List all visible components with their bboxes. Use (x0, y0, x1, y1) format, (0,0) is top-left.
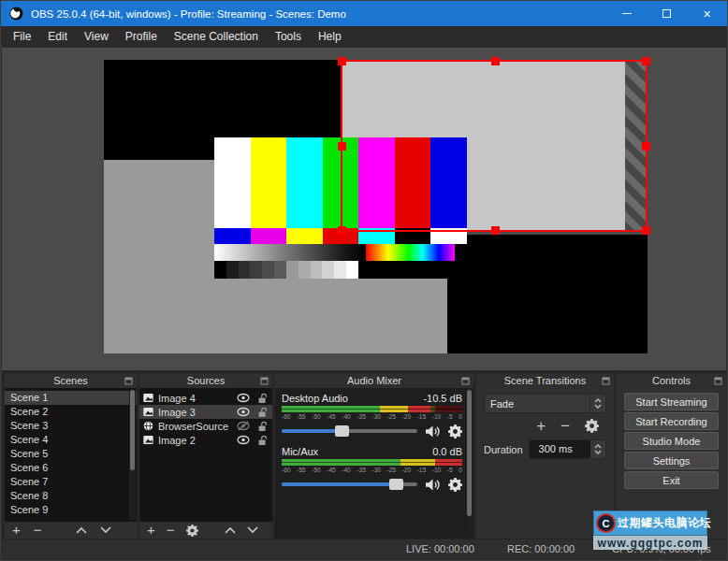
scene-item-2[interactable]: Scene 2 (5, 405, 137, 419)
visibility-eye-icon[interactable] (237, 393, 250, 403)
scene-item-5[interactable]: Scene 5 (5, 447, 137, 461)
meter-tick-label: -40 (342, 466, 350, 474)
add-transition-button[interactable]: + (536, 420, 546, 433)
meter-tick-label: -20 (402, 466, 411, 474)
selection-handle-top-right[interactable] (642, 57, 650, 65)
channel-settings-gear-icon[interactable] (448, 478, 462, 492)
source-selection-outline[interactable] (341, 60, 648, 232)
lock-open-icon[interactable] (257, 421, 268, 432)
dock-icon[interactable] (124, 377, 133, 385)
duration-spin-arrows[interactable] (590, 440, 605, 458)
scene-item-8[interactable]: Scene 8 (5, 489, 137, 503)
selection-handle-bottom-left[interactable] (338, 226, 346, 235)
speaker-icon[interactable] (425, 478, 441, 492)
lock-open-icon[interactable] (257, 435, 268, 446)
source-row-image2[interactable]: Image 2 (139, 433, 272, 447)
meter-tick-label: -30 (371, 466, 380, 474)
menu-help[interactable]: Help (310, 26, 350, 48)
titlebar: OBS 25.0.4 (64-bit, windows) - Profile: … (1, 1, 727, 26)
meter-tick-label: -50 (312, 466, 320, 474)
start-streaming-button[interactable]: Start Streaming (624, 393, 719, 410)
rec-time: REC: 00:00:00 (507, 543, 575, 554)
meter-tick-label: -60 (282, 466, 290, 474)
canvas-black-rect-bottom-right[interactable] (447, 235, 648, 353)
dock-icon[interactable] (602, 377, 610, 385)
visibility-eye-icon[interactable] (237, 435, 250, 445)
selection-handle-bottom-right[interactable] (642, 226, 650, 235)
volume-slider[interactable] (282, 422, 417, 440)
volume-slider-handle[interactable] (389, 479, 403, 490)
scene-item-6[interactable]: Scene 6 (5, 461, 137, 475)
start-recording-button[interactable]: Start Recording (624, 412, 719, 430)
menu-file[interactable]: File (5, 26, 39, 48)
scene-item-7[interactable]: Scene 7 (5, 475, 137, 489)
meter-tick-label: -5 (447, 412, 453, 421)
move-scene-up-button[interactable] (76, 526, 87, 534)
transition-select-arrows[interactable] (590, 395, 605, 412)
close-button[interactable]: × (687, 1, 727, 26)
add-source-button[interactable]: + (147, 524, 155, 537)
duration-spinbox[interactable]: 300 ms (529, 439, 606, 459)
menu-view[interactable]: View (76, 26, 117, 48)
meter-tick-label: -20 (402, 412, 411, 421)
remove-source-button[interactable]: − (167, 524, 175, 537)
visibility-eye-icon[interactable] (237, 407, 250, 417)
scenes-scrollbar[interactable] (129, 390, 136, 520)
selection-handle-middle-right[interactable] (642, 142, 650, 151)
selection-handle-middle-left[interactable] (338, 142, 346, 151)
preview-area[interactable] (2, 48, 726, 370)
move-source-down-button[interactable] (247, 526, 258, 534)
dock-icon[interactable] (260, 377, 269, 385)
channel-level: 0.0 dB (432, 446, 462, 458)
transition-select[interactable]: Fade (484, 394, 606, 413)
remove-scene-button[interactable]: − (34, 524, 42, 537)
settings-button[interactable]: Settings (624, 452, 719, 469)
source-row-image4[interactable]: Image 4 (139, 391, 272, 405)
source-row-image3[interactable]: Image 3 (139, 405, 272, 419)
maximize-icon (662, 9, 671, 18)
source-row-browsersource[interactable]: BrowserSource (139, 419, 272, 433)
meter-tick-label: -50 (312, 412, 320, 421)
scene-item-9[interactable]: Scene 9 (5, 503, 137, 517)
speaker-icon[interactable] (425, 424, 441, 439)
transition-properties-gear-icon[interactable] (585, 419, 599, 433)
remove-transition-button[interactable]: − (561, 420, 570, 433)
duration-label: Duration (484, 444, 523, 455)
mixer-scrollbar[interactable] (466, 390, 473, 537)
volume-slider[interactable] (282, 475, 417, 494)
mixer-channel-desktop-audio: Desktop Audio -10.5 dB -60-55-50-45-40-3… (282, 393, 462, 440)
scene-item-3[interactable]: Scene 3 (5, 419, 137, 433)
volume-meter (282, 406, 462, 412)
menu-profile[interactable]: Profile (117, 26, 166, 48)
meter-tick-label: -10 (432, 466, 441, 474)
watermark-banner: C 过期罐头电脑论坛 (593, 511, 707, 536)
scene-item-1[interactable]: Scene 1 (5, 391, 137, 405)
selection-handle-top-middle[interactable] (491, 57, 500, 65)
move-scene-down-button[interactable] (100, 526, 111, 534)
lock-open-icon[interactable] (257, 393, 268, 404)
add-scene-button[interactable]: + (12, 524, 21, 537)
selection-handle-top-left[interactable] (338, 57, 346, 65)
minimize-button[interactable] (606, 1, 647, 26)
menu-tools[interactable]: Tools (267, 26, 310, 48)
studio-mode-button[interactable]: Studio Mode (624, 432, 719, 450)
channel-settings-gear-icon[interactable] (448, 424, 462, 439)
source-properties-gear-icon[interactable] (186, 525, 198, 537)
move-source-up-button[interactable] (225, 526, 236, 534)
menu-scene-collection[interactable]: Scene Collection (166, 26, 267, 48)
selection-handle-bottom-middle[interactable] (491, 226, 500, 235)
volume-slider-handle[interactable] (335, 425, 349, 437)
visibility-eye-off-icon[interactable] (237, 421, 250, 431)
exit-button[interactable]: Exit (624, 471, 719, 489)
meter-tick-label: 0 (459, 466, 462, 474)
lock-open-icon[interactable] (257, 407, 268, 418)
image-icon (143, 393, 153, 403)
scenes-list: Scene 1 Scene 2 Scene 3 Scene 4 Scene 5 … (5, 388, 137, 522)
menu-edit[interactable]: Edit (39, 26, 76, 48)
maximize-button[interactable] (647, 1, 687, 26)
dock-icon[interactable] (461, 377, 470, 385)
dock-icon[interactable] (714, 377, 722, 385)
scene-item-4[interactable]: Scene 4 (5, 433, 137, 447)
scenes-toolbar: + − (5, 522, 137, 539)
audio-mixer-body: Desktop Audio -10.5 dB -60-55-50-45-40-3… (275, 388, 473, 539)
